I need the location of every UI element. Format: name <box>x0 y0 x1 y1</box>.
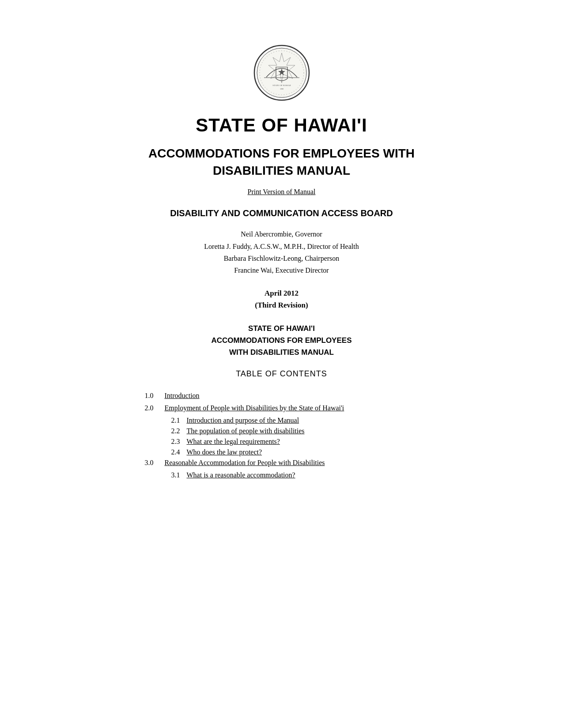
hawaii-state-seal: STATE OF HAWAII 1898 <box>253 44 310 101</box>
toc-item-1: 1.0 Introduction <box>145 392 445 400</box>
toc-container: 1.0 Introduction 2.0 Employment of Peopl… <box>118 392 445 482</box>
toc-link-population[interactable]: The population of people with disabiliti… <box>187 427 305 435</box>
board-title: DISABILITY AND COMMUNICATION ACCESS BOAR… <box>170 207 393 219</box>
date-info: April 2012 (Third Revision) <box>255 287 308 311</box>
toc-item-2-2: 2.2 The population of people with disabi… <box>145 427 445 435</box>
toc-sub-number-2-4: 2.4 <box>171 448 187 456</box>
personnel-line-1: Neil Abercrombie, Governor <box>204 228 359 240</box>
toc-heading: TABLE OF CONTENTS <box>236 369 327 379</box>
print-version-link[interactable]: Print Version of Manual <box>248 188 316 196</box>
date-line1: April 2012 <box>255 287 308 299</box>
personnel-info: Neil Abercrombie, Governor Loretta J. Fu… <box>204 228 359 276</box>
toc-item-2: 2.0 Employment of People with Disabiliti… <box>145 404 445 412</box>
toc-number-1: 1.0 <box>145 392 165 400</box>
toc-item-2-4: 2.4 Who does the law protect? <box>145 448 445 456</box>
manual-title-line1: STATE OF HAWAI'I <box>212 323 352 334</box>
toc-link-intro-purpose[interactable]: Introduction and purpose of the Manual <box>187 417 299 424</box>
svg-text:STATE OF HAWAII: STATE OF HAWAII <box>272 84 291 86</box>
seal-container: STATE OF HAWAII 1898 <box>253 44 310 101</box>
sub-title: ACCOMMODATIONS FOR EMPLOYEES WITH DISABI… <box>118 145 445 179</box>
toc-sub-number-3-1: 3.1 <box>171 471 187 479</box>
personnel-line-4: Francine Wai, Executive Director <box>204 264 359 276</box>
toc-link-legal[interactable]: What are the legal requirements? <box>187 438 280 446</box>
toc-sub-number-2-2: 2.2 <box>171 427 187 435</box>
manual-title-block: STATE OF HAWAI'I ACCOMMODATIONS FOR EMPL… <box>212 323 352 359</box>
toc-link-reasonable[interactable]: Reasonable Accommodation for People with… <box>165 459 325 467</box>
main-title: STATE OF HAWAI'I <box>196 115 367 136</box>
toc-item-2-1: 2.1 Introduction and purpose of the Manu… <box>145 417 445 424</box>
toc-number-2: 2.0 <box>145 404 165 412</box>
toc-sub-number-2-1: 2.1 <box>171 417 187 424</box>
toc-link-what-is-reasonable[interactable]: What is a reasonable accommodation? <box>187 471 295 479</box>
manual-title-line3: WITH DISABILITIES MANUAL <box>212 346 352 358</box>
date-line2: (Third Revision) <box>255 299 308 311</box>
toc-link-introduction[interactable]: Introduction <box>165 392 200 400</box>
toc-item-3: 3.0 Reasonable Accommodation for People … <box>145 459 445 467</box>
toc-sub-number-2-3: 2.3 <box>171 438 187 446</box>
page-container: STATE OF HAWAII 1898 STATE OF HAWAI'I AC… <box>83 0 480 728</box>
svg-text:1898: 1898 <box>280 88 283 90</box>
toc-item-3-1: 3.1 What is a reasonable accommodation? <box>145 471 445 479</box>
personnel-line-2: Loretta J. Fuddy, A.C.S.W., M.P.H., Dire… <box>204 240 359 252</box>
manual-title-line2: ACCOMMODATIONS FOR EMPLOYEES <box>212 334 352 346</box>
personnel-line-3: Barbara Fischlowitz-Leong, Chairperson <box>204 252 359 264</box>
toc-item-2-3: 2.3 What are the legal requirements? <box>145 438 445 446</box>
toc-link-employment[interactable]: Employment of People with Disabilities b… <box>165 404 344 412</box>
toc-number-3: 3.0 <box>145 459 165 467</box>
toc-link-protect[interactable]: Who does the law protect? <box>187 448 262 456</box>
